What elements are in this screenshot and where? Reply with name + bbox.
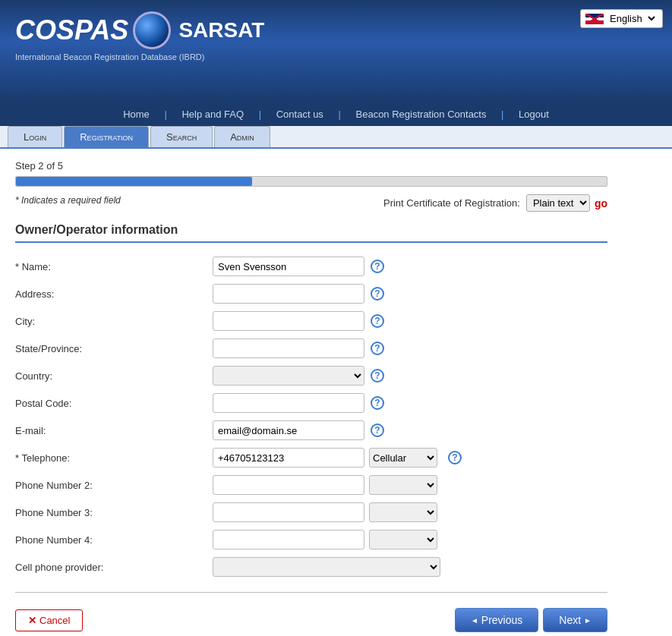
nav-sep3: |	[339, 109, 344, 120]
label-city: City:	[15, 316, 213, 327]
select-phone-type-4[interactable]: Cellular Home Work Fax	[369, 530, 437, 549]
logo: COSPAS SARSAT	[15, 11, 264, 49]
nav-sep1: |	[164, 109, 169, 120]
form-row-state: State/Province: ?	[15, 338, 607, 358]
language-dropdown[interactable]: English French Spanish Russian	[607, 12, 658, 25]
form-row-country: Country: Afghanistan Albania Algeria Swe…	[15, 366, 607, 386]
progress-bar-container	[15, 176, 607, 187]
previous-button[interactable]: Previous	[455, 608, 538, 632]
nav-logout[interactable]: Logout	[506, 102, 561, 126]
header: COSPAS SARSAT International Beacon Regis…	[0, 0, 672, 102]
logo-tagline: International Beacon Registration Databa…	[15, 52, 264, 61]
tab-admin[interactable]: Admin	[214, 126, 270, 147]
input-telephone[interactable]	[213, 448, 364, 468]
input-email[interactable]	[213, 420, 364, 440]
input-postal[interactable]	[213, 393, 364, 413]
form-row-email: E-mail: ?	[15, 420, 607, 440]
help-state[interactable]: ?	[371, 342, 384, 355]
logo-circle	[133, 11, 171, 49]
label-phone3: Phone Number 3:	[15, 507, 213, 518]
tab-registration[interactable]: Registration	[64, 126, 149, 147]
nav-home[interactable]: Home	[111, 102, 162, 126]
tab-search[interactable]: Search	[150, 126, 213, 147]
label-postal: Postal Code:	[15, 398, 213, 409]
nav-beacon-contacts[interactable]: Beacon Registration Contacts	[344, 102, 499, 126]
help-city[interactable]: ?	[371, 314, 384, 328]
label-phone4: Phone Number 4:	[15, 534, 213, 546]
input-city[interactable]	[213, 311, 364, 331]
logo-area: COSPAS SARSAT International Beacon Regis…	[15, 11, 264, 61]
nav-contact[interactable]: Contact us	[264, 102, 336, 126]
help-postal[interactable]: ?	[371, 396, 384, 410]
cert-go-link[interactable]: go	[595, 197, 607, 209]
phone-row-1: Cellular Home Work Fax ?	[213, 448, 462, 468]
label-cell-provider: Cell phone provider:	[15, 562, 213, 573]
label-address: Address:	[15, 288, 213, 300]
form-row-phone3: Phone Number 3: Cellular Home Work Fax	[15, 502, 607, 522]
form-row-name: * Name: ?	[15, 257, 607, 276]
progress-bar-fill	[16, 177, 252, 186]
nav-sep4: |	[501, 109, 506, 120]
required-note: * Indicates a required field	[15, 195, 121, 206]
cert-label: Print Certificate of Registration:	[383, 197, 520, 209]
help-email[interactable]: ?	[371, 423, 384, 437]
input-name[interactable]	[213, 257, 364, 276]
next-label: Next	[559, 614, 581, 626]
phone-row-4: Cellular Home Work Fax	[213, 530, 437, 549]
input-phone4[interactable]	[213, 530, 364, 549]
step-info: Step 2 of 5	[15, 160, 657, 172]
help-telephone[interactable]: ?	[448, 451, 462, 464]
select-cell-provider[interactable]	[213, 557, 440, 577]
phone-row-3: Cellular Home Work Fax	[213, 502, 437, 522]
select-phone-type-2[interactable]: Cellular Home Work Fax	[369, 475, 437, 495]
language-selector[interactable]: English French Spanish Russian	[580, 9, 663, 28]
phone-row-2: Cellular Home Work Fax	[213, 475, 437, 495]
logo-cospas-text: COSPAS	[15, 14, 128, 46]
input-phone2[interactable]	[213, 475, 364, 495]
nav-help[interactable]: Help and FAQ	[169, 102, 256, 126]
form-table: * Name: ? Address: ? City: ? State/Provi…	[15, 257, 607, 577]
label-name: * Name:	[15, 261, 213, 272]
bottom-bar: ✕ Cancel Previous Next	[15, 608, 607, 632]
input-state[interactable]	[213, 338, 364, 358]
label-phone2: Phone Number 2:	[15, 480, 213, 491]
help-name[interactable]: ?	[371, 260, 384, 273]
previous-label: Previous	[481, 614, 522, 626]
form-row-postal: Postal Code: ?	[15, 393, 607, 413]
cancel-button[interactable]: ✕ Cancel	[15, 609, 83, 631]
section-title: Owner/Operator information	[15, 223, 607, 243]
tab-bar: Login Registration Search Admin	[0, 126, 672, 149]
main-content: Step 2 of 5 * Indicates a required field…	[0, 149, 672, 636]
cert-row: Print Certificate of Registration: Plain…	[383, 194, 607, 212]
logo-sarsat-text: SARSAT	[178, 18, 264, 43]
next-button[interactable]: Next	[543, 608, 607, 632]
input-phone3[interactable]	[213, 502, 364, 522]
help-address[interactable]: ?	[371, 287, 384, 301]
form-row-phone4: Phone Number 4: Cellular Home Work Fax	[15, 530, 607, 549]
select-phone-type-3[interactable]: Cellular Home Work Fax	[369, 502, 437, 522]
flag-icon	[585, 14, 604, 24]
cancel-label: Cancel	[39, 615, 70, 626]
tab-login[interactable]: Login	[8, 126, 62, 147]
form-row-cell-provider: Cell phone provider:	[15, 557, 607, 577]
label-email: E-mail:	[15, 425, 213, 436]
select-country[interactable]: Afghanistan Albania Algeria Sweden Unite…	[213, 366, 364, 386]
help-country[interactable]: ?	[371, 369, 384, 383]
cert-format-select[interactable]: Plain text PDF	[526, 194, 590, 212]
cancel-icon: ✕	[28, 615, 36, 626]
form-row-address: Address: ?	[15, 284, 607, 304]
label-state: State/Province:	[15, 343, 213, 354]
divider	[15, 592, 607, 593]
nav-buttons: Previous Next	[455, 608, 607, 632]
nav-sep2: |	[259, 109, 264, 120]
form-row-city: City: ?	[15, 311, 607, 331]
select-phone-type-1[interactable]: Cellular Home Work Fax	[369, 448, 437, 468]
input-address[interactable]	[213, 284, 364, 304]
nav-bar: Home | Help and FAQ | Contact us | Beaco…	[0, 102, 672, 126]
form-row-telephone: * Telephone: Cellular Home Work Fax ?	[15, 448, 607, 468]
form-row-phone2: Phone Number 2: Cellular Home Work Fax	[15, 475, 607, 495]
label-country: Country:	[15, 370, 213, 382]
label-telephone: * Telephone:	[15, 452, 213, 464]
